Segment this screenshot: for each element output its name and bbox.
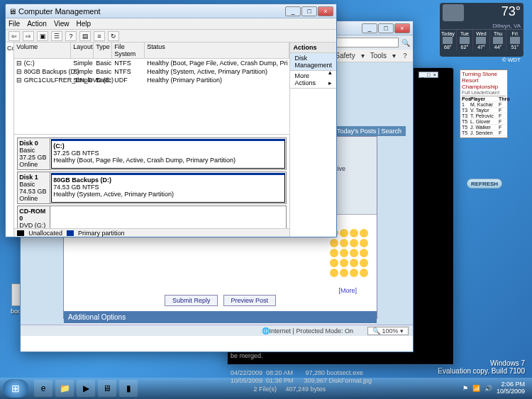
tray-network-icon[interactable]: 📶 [472,385,480,392]
props-icon[interactable]: ☰ [51,31,62,41]
leaderboard-gadget[interactable]: Turning Stone Resort Championship Full L… [460,69,508,138]
app-icon: 🖥 [9,7,16,16]
menu-file[interactable]: File [9,20,20,28]
search-icon[interactable]: 🔍 [401,39,410,47]
tree-node[interactable]: System Tools [7,52,14,61]
forecast-day[interactable]: Wed47° [473,30,490,51]
tree-node[interactable]: Event Viewer [7,69,14,78]
safety-menu[interactable]: Safety [335,52,355,60]
weather-temp: 73° [501,4,521,21]
tray-flag-icon[interactable]: ⚑ [462,385,468,392]
leaderboard-row[interactable]: 1M. KucharF [462,102,506,108]
tray-volume-icon[interactable]: 🔊 [484,385,492,392]
forecast-day[interactable]: Thu44° [490,30,507,51]
volume-row[interactable]: ⊟ 80GB Backups (D:)SimpleBasicNTFSHealth… [14,67,289,76]
tree-node[interactable]: Shared Folders [7,78,14,86]
tree-node[interactable]: Disk Management [7,120,14,129]
leaderboard-row[interactable]: T5J. WalkerF [462,125,506,130]
volume-row[interactable]: ⊟ (C:)SimpleBasicNTFSHealthy (Boot, Page… [14,59,289,67]
list-icon[interactable]: ≡ [94,31,105,41]
actions-pane: Actions Disk Management ▴ More Actions ▸ [289,43,336,237]
taskbar-cmd-icon[interactable]: ▮ [119,380,138,397]
close-button[interactable]: × [318,6,333,16]
leaderboard-row[interactable]: T5L. GloverF [462,119,506,125]
disk-row[interactable]: Disk 1Basic74.53 GBOnline80GB Backups (D… [17,172,287,204]
leaderboard-row[interactable]: T5J. SendenF [462,130,506,136]
tree-node[interactable]: Services and Applications [7,129,14,137]
col-type[interactable]: Type [94,43,112,58]
tree-node[interactable]: Performance [7,95,14,103]
cm-toolbar: ⇦ ⇨ ▣ ☰ ? ▤ ≡ ↻ [6,30,336,43]
disk-row[interactable]: Disk 0Basic37.25 GBOnline(C:)37.25 GB NT… [17,137,287,170]
up-icon[interactable]: ▣ [37,31,48,41]
misc-options-label: Miscellaneous Options [64,323,377,325]
status-text: Internet | Protected Mode: On [270,327,353,335]
system-tray[interactable]: ⚑ 📶 🔊 2:06 PM 10/5/2009 [462,381,529,395]
tree-node[interactable]: Computer Management (Local) [7,44,12,52]
lb-subtitle[interactable]: Full Leaderboard [462,90,506,96]
disk-graphical-pane[interactable]: Disk 0Basic37.25 GBOnline(C:)37.25 GB NT… [14,135,289,228]
minimize-button[interactable]: _ [362,23,377,33]
help-icon[interactable]: ？ [401,51,409,61]
tree-node[interactable]: Storage [7,112,14,120]
ie-status-bar: 🌐 Internet | Protected Mode: On 🔍 100% ▾ [21,325,413,336]
zoom-control[interactable]: 🔍 100% ▾ [367,327,409,335]
tree-node[interactable]: Local Users and Groups [7,86,14,95]
leaderboard-row[interactable]: T3V. TaylorF [462,108,506,113]
leaderboard-row[interactable]: T3T. PetrovicF [462,113,506,119]
preview-post-button[interactable]: Preview Post [223,295,277,306]
legend-unallocated-icon [17,230,24,236]
disk-row[interactable]: CD-ROM 0DVD (G:)No Media [17,206,287,228]
computer-management-window[interactable]: 🖥 Computer Management _ □ × File Action … [5,4,337,237]
tray-clock[interactable]: 2:06 PM 10/5/2009 [497,381,525,395]
tree-node[interactable]: Task Scheduler [7,61,14,69]
more-emoji-link[interactable]: [More] [338,287,357,294]
menu-view[interactable]: View [54,20,70,28]
col-fs[interactable]: File System [112,43,145,58]
small-window-controls[interactable]: _□× [419,72,438,78]
action-disk-management[interactable]: Disk Management ▴ [290,53,336,71]
close-button[interactable]: × [394,23,410,33]
legend-primary-icon [67,230,74,236]
weather-gadget[interactable]: 73° Dillwyn, VA Today68°Tue62°Wed47°Thu4… [440,3,523,57]
weather-brand: © WDT [502,57,521,63]
refresh-icon[interactable]: ↻ [108,31,119,41]
forward-icon[interactable]: ⇨ [23,31,34,41]
weather-location: Dillwyn, VA [440,23,523,29]
zone-icon: 🌐 [262,327,270,335]
emoji-picker[interactable] [330,229,372,286]
col-volume[interactable]: Volume [14,43,71,58]
forecast-day[interactable]: Tue62° [457,30,474,51]
menu-help[interactable]: Help [76,20,91,28]
minimize-button[interactable]: _ [285,6,301,16]
cm-menubar: File Action View Help [6,18,336,30]
actions-header: Actions [290,43,336,53]
maximize-button[interactable]: □ [378,23,394,33]
forecast-day[interactable]: Today68° [440,30,457,51]
tree-node[interactable]: Device Manager [7,103,14,112]
taskbar-explorer-icon[interactable]: 📁 [55,380,74,397]
view-icon[interactable]: ▤ [79,31,91,41]
taskbar-ie-icon[interactable]: e [34,380,52,397]
help-icon[interactable]: ? [65,31,77,41]
disk-legend: Unallocated Primary partition [14,228,289,237]
cm-titlebar[interactable]: 🖥 Computer Management _ □ × [6,4,336,18]
lb-title: Turning Stone Resort Championship [462,72,506,90]
volume-row[interactable]: ⊟ GRC1CULFRER_EN_DVD (E:)SimpleBasicUDFH… [14,76,289,84]
back-icon[interactable]: ⇦ [9,31,20,41]
cm-nav-tree[interactable]: Computer Management (Local)System ToolsT… [6,43,14,237]
taskbar-compmgmt-icon[interactable]: 🖥 [98,380,116,397]
volume-list-pane[interactable]: Volume Layout Type File System Status ⊟ … [14,43,289,135]
submit-reply-button[interactable]: Submit Reply [165,295,218,306]
maximize-button[interactable]: □ [301,6,317,16]
col-layout[interactable]: Layout [71,43,94,58]
taskbar-wmp-icon[interactable]: ▶ [77,380,95,397]
tools-menu[interactable]: Tools [370,52,387,60]
refresh-button[interactable]: REFRESH [467,179,502,189]
col-status[interactable]: Status [145,43,289,58]
menu-action[interactable]: Action [27,20,47,28]
weather-now-icon [443,4,464,21]
start-button[interactable]: ⊞ [3,379,28,398]
additional-options-header[interactable]: Additional Options [64,311,377,323]
forecast-day[interactable]: Fri51° [506,30,523,51]
